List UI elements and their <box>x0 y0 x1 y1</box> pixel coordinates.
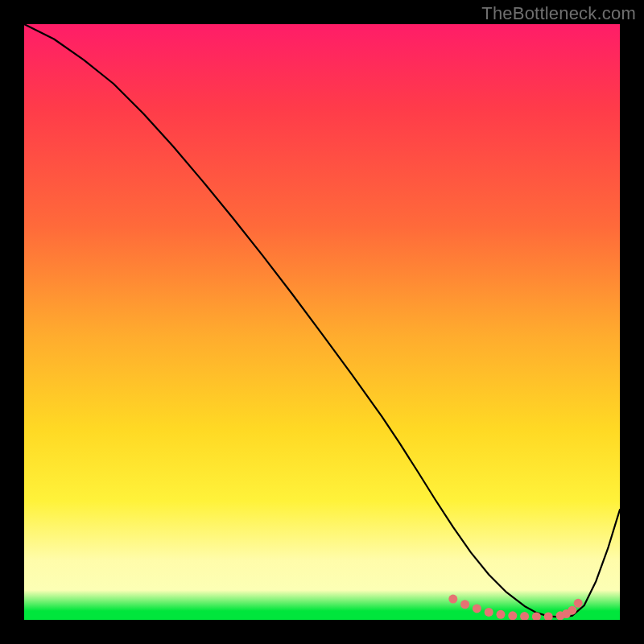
marker-dot <box>460 600 469 609</box>
chart-svg <box>24 24 620 620</box>
marker-dot <box>520 612 529 620</box>
marker-dot <box>568 606 576 615</box>
bottleneck-curve-path <box>24 24 620 617</box>
marker-dot <box>574 599 583 608</box>
marker-dot <box>497 610 506 619</box>
marker-dot <box>544 612 553 620</box>
watermark-label: TheBottleneck.com <box>481 3 636 24</box>
plot-area <box>24 24 620 620</box>
marker-dot <box>473 604 481 613</box>
marker-dot <box>508 611 517 620</box>
marker-dot <box>485 608 493 617</box>
chart-frame: TheBottleneck.com <box>0 0 644 644</box>
marker-dot <box>448 595 457 604</box>
